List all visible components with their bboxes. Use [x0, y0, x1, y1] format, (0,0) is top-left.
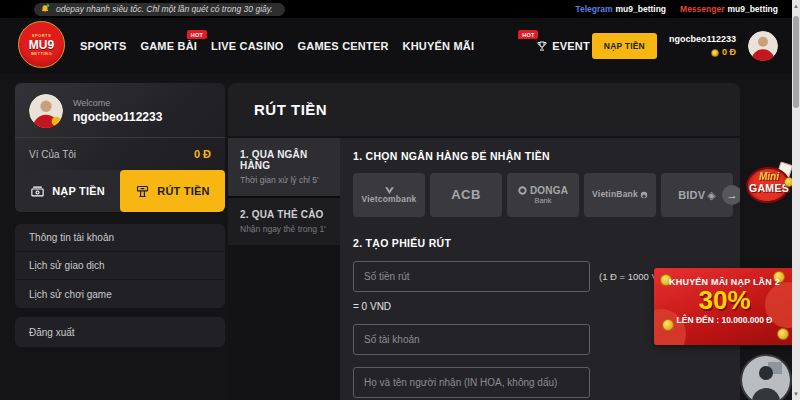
- recipient-name-input[interactable]: [353, 367, 590, 398]
- coin-icon: [711, 49, 719, 57]
- sidebar-menu: Thông tin tài khoản Lịch sử giao dịch Lị…: [15, 224, 225, 308]
- nav-item-event[interactable]: HOT EVENT: [536, 40, 590, 52]
- bank-list: Vietcombank ACB DONGA Bank V: [353, 173, 735, 217]
- account-number-input[interactable]: [353, 324, 590, 355]
- scroll-down-arrow[interactable]: ▼: [792, 389, 800, 399]
- atm-withdraw-icon: [135, 184, 150, 199]
- user-block[interactable]: ngocbeo112233 0 Đ: [669, 33, 736, 60]
- messenger-link[interactable]: Messengermu9_betting: [680, 4, 778, 14]
- amount-input[interactable]: [353, 261, 590, 292]
- trophy-icon: [536, 40, 548, 52]
- bank-vietinbank[interactable]: VietinBank: [584, 173, 656, 217]
- sidebar-item-game-history[interactable]: Lịch sử chơi game: [15, 280, 225, 308]
- wallet-balance: 0 Đ: [194, 148, 211, 160]
- navbar: SPORTS MU9 BETTING SPORTS HOT GAME BÀI L…: [0, 18, 792, 74]
- bank-donga[interactable]: DONGA Bank: [507, 173, 579, 217]
- user-avatar[interactable]: [748, 31, 778, 61]
- promo-percent: 30%: [654, 287, 795, 314]
- hot-badge: HOT: [187, 30, 207, 39]
- scrollbar-thumb[interactable]: [793, 16, 799, 108]
- bell-icon: [40, 4, 50, 14]
- welcome-label: Welcome: [73, 98, 162, 108]
- scroll-up-arrow[interactable]: ▲: [792, 1, 800, 11]
- wallet-label: Ví Của Tôi: [29, 149, 76, 160]
- promo-banner[interactable]: KHUYẾN MÃI NẠP LẦN 2 30% LÊN ĐẾN : 10.00…: [654, 268, 795, 345]
- username: ngocbeo112233: [669, 33, 736, 47]
- mini-games-widget[interactable]: Mini GAMES: [744, 163, 794, 205]
- sidebar-username: ngocbeo112233: [73, 110, 162, 124]
- create-slip-heading: 2. TẠO PHIẾU RÚT: [353, 237, 740, 249]
- bank-acb[interactable]: ACB: [430, 173, 502, 217]
- nav-item-sports[interactable]: SPORTS: [80, 40, 126, 52]
- sidebar-item-account-info[interactable]: Thông tin tài khoản: [15, 224, 225, 252]
- notification-pill: odepay nhanh siêu tốc. Chỉ một lần quét …: [34, 3, 285, 16]
- sidebar-withdraw-button[interactable]: RÚT TIỀN: [120, 170, 225, 212]
- nav-item-games-center[interactable]: GAMES CENTER: [298, 40, 389, 52]
- bank-vietcombank[interactable]: Vietcombank: [353, 173, 425, 217]
- hot-badge: HOT: [518, 30, 538, 39]
- coin-icon: [777, 328, 789, 340]
- choose-bank-heading: 1. CHỌN NGÂN HÀNG ĐỂ NHẬN TIỀN: [353, 150, 740, 162]
- sidebar-item-transaction-history[interactable]: Lịch sử giao dịch: [15, 252, 225, 280]
- donga-logo-icon: [518, 186, 527, 195]
- logout-button[interactable]: Đăng xuất: [15, 317, 225, 347]
- bank-list-next-button[interactable]: →: [722, 185, 740, 205]
- nav-item-live-casino[interactable]: LIVE CASINO: [211, 40, 284, 52]
- mu9-logo[interactable]: SPORTS MU9 BETTING: [18, 21, 65, 68]
- banknote-icon: [30, 184, 45, 199]
- vietinbank-logo-icon: [640, 191, 648, 199]
- sidebar: Welcome ngocbeo112233 Ví Của Tôi 0 Đ NẠP…: [15, 83, 225, 347]
- tab-bank-transfer[interactable]: 1. QUA NGÂN HÀNG Thời gian xử lý chỉ 5': [228, 138, 340, 196]
- topbar: odepay nhanh siêu tốc. Chỉ một lần quét …: [0, 0, 792, 18]
- account-card: Welcome ngocbeo112233 Ví Của Tôi 0 Đ NẠP…: [15, 83, 225, 212]
- telegram-link[interactable]: Telegrammu9_betting: [575, 4, 666, 14]
- deposit-button[interactable]: NẠP TIỀN: [592, 33, 657, 59]
- withdraw-tabs: 1. QUA NGÂN HÀNG Thời gian xử lý chỉ 5' …: [228, 138, 340, 400]
- withdraw-panel: RÚT TIỀN 1. QUA NGÂN HÀNG Thời gian xử l…: [228, 83, 740, 400]
- bidv-logo-icon: ◈: [707, 189, 715, 201]
- tab-phone-card[interactable]: 2. QUA THẺ CÀO Nhận ngay thẻ trong 1': [228, 196, 340, 245]
- support-chat-button[interactable]: [742, 356, 790, 400]
- main-menu: SPORTS HOT GAME BÀI LIVE CASINO GAMES CE…: [80, 40, 590, 52]
- balance: 0 Đ: [669, 46, 736, 60]
- notification-text: odepay nhanh siêu tốc. Chỉ một lần quét …: [56, 4, 273, 14]
- sidebar-deposit-button[interactable]: NẠP TIỀN: [15, 170, 120, 212]
- page-title: RÚT TIỀN: [254, 101, 327, 118]
- promo-max-amount: LÊN ĐẾN : 10.000.000 Đ: [654, 315, 795, 325]
- nav-item-game-bai[interactable]: HOT GAME BÀI: [140, 40, 197, 52]
- sidebar-avatar: [29, 94, 63, 128]
- page-scrollbar[interactable]: ▲ ▼: [792, 0, 800, 400]
- nav-item-khuyen-mai[interactable]: KHUYẾN MÃI: [403, 40, 475, 52]
